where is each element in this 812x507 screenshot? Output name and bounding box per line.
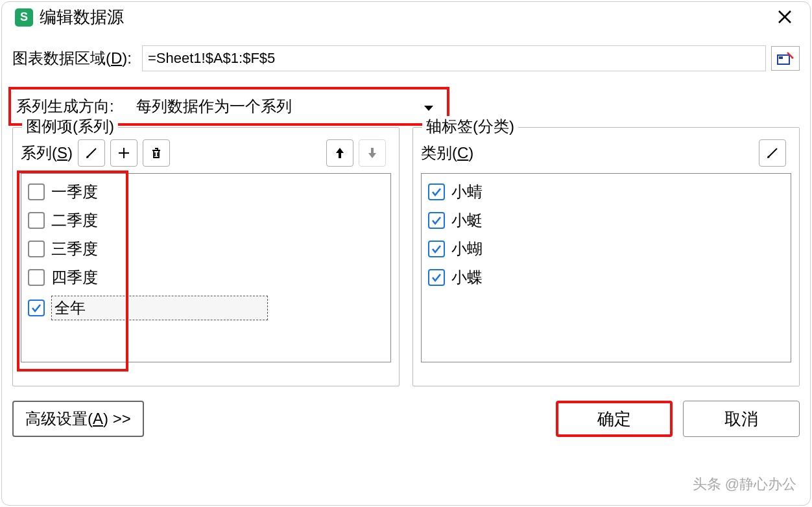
delete-series-button[interactable] [143,139,170,167]
list-item[interactable]: 四季度 [24,263,388,292]
series-listbox[interactable]: 一季度二季度三季度四季度全年 [21,173,391,362]
dialog-footer: 高级设置(A) >> 确定 取消 [12,401,800,437]
close-icon[interactable] [772,6,797,29]
series-toolbar: 系列(S) [21,139,391,167]
advanced-settings-button[interactable]: 高级设置(A) >> [12,401,144,437]
list-item-label: 小蜻 [451,182,483,202]
list-item-label: 四季度 [51,267,98,288]
chart-range-row: 图表数据区域(D): [12,45,800,71]
list-item-label: 小蝴 [451,239,483,259]
series-panel-legend: 图例项(系列) [22,116,118,137]
series-direction-dropdown[interactable]: 每列数据作为一个系列 [128,93,442,119]
list-item-label: 小蝶 [451,267,483,288]
checkbox[interactable] [428,212,445,229]
list-item[interactable]: 一季度 [24,178,388,206]
checkbox[interactable] [28,300,45,316]
list-item[interactable]: 三季度 [24,235,388,263]
chart-range-label: 图表数据区域(D): [12,48,132,69]
list-item[interactable]: 小蝴 [424,235,788,263]
app-icon: S [15,8,33,27]
edit-series-button[interactable] [78,139,105,167]
list-item-label: 全年 [51,296,268,320]
list-item[interactable]: 小蜻 [424,178,788,206]
edit-category-button[interactable] [759,139,786,167]
chart-range-input[interactable] [142,45,766,71]
category-panel: 轴标签(分类) 类别(C) 小蜻小蜓小蝴小蝶 [412,127,800,386]
list-item-label: 小蜓 [451,210,483,231]
checkbox[interactable] [428,183,445,200]
range-picker-icon[interactable] [771,46,800,71]
category-listbox[interactable]: 小蜻小蜓小蝴小蝶 [421,173,791,362]
move-down-button [359,139,386,167]
checkbox[interactable] [428,241,445,257]
list-item-label: 三季度 [51,239,98,259]
checkbox[interactable] [28,183,45,200]
category-label: 类别(C) [421,143,473,163]
series-direction-value: 每列数据作为一个系列 [136,96,292,117]
panels: 图例项(系列) 系列(S) [12,127,800,386]
checkbox[interactable] [28,241,45,257]
checkbox[interactable] [28,212,45,229]
list-item[interactable]: 小蝶 [424,263,788,292]
svg-rect-1 [779,56,783,59]
list-item-label: 一季度 [51,182,98,202]
category-toolbar: 类别(C) [421,139,791,167]
series-direction-label: 系列生成方向: [16,96,114,117]
checkbox[interactable] [428,269,445,286]
series-panel: 图例项(系列) 系列(S) [12,127,400,386]
checkbox[interactable] [28,269,45,286]
list-item[interactable]: 全年 [24,292,388,324]
edit-data-source-dialog: S 编辑数据源 图表数据区域(D): 系列生成方向: 每列数据作为一个系列 [1,1,811,506]
titlebar: S 编辑数据源 [12,2,800,35]
ok-button[interactable]: 确定 [556,401,673,437]
move-up-button[interactable] [326,139,353,167]
cancel-button[interactable]: 取消 [683,401,800,437]
dialog-title: 编辑数据源 [40,6,124,29]
list-item-label: 二季度 [51,210,98,231]
list-item[interactable]: 二季度 [24,206,388,235]
series-label: 系列(S) [21,143,73,163]
category-panel-legend: 轴标签(分类) [422,116,518,137]
list-item[interactable]: 小蜓 [424,206,788,235]
add-series-button[interactable] [110,139,137,167]
chevron-down-icon [424,97,434,115]
